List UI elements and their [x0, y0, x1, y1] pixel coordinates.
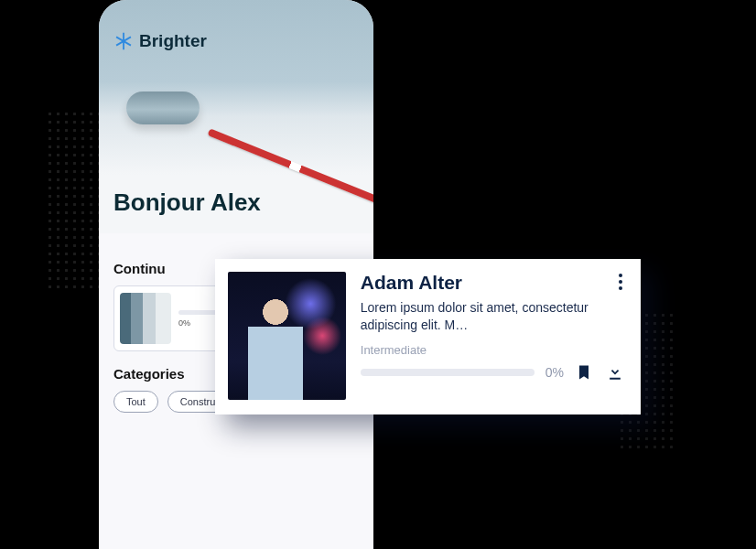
hero-banner: Brighter Bonjour Alex	[99, 0, 373, 233]
asterisk-icon	[113, 31, 134, 51]
course-progress-label: 0%	[545, 365, 564, 380]
course-description: Lorem ipsum dolor sit amet, consectetur …	[361, 299, 624, 334]
bookmark-icon[interactable]	[575, 362, 593, 382]
continue-card-thumbnail	[120, 293, 171, 344]
course-thumbnail	[228, 272, 346, 400]
course-detail-card[interactable]: Adam Alter Lorem ipsum dolor sit amet, c…	[215, 259, 641, 414]
brand-name: Brighter	[139, 31, 207, 51]
more-options-button[interactable]	[615, 270, 626, 294]
category-chip-tout[interactable]: Tout	[113, 391, 158, 413]
course-author: Adam Alter	[361, 272, 624, 294]
greeting-text: Bonjour Alex	[113, 188, 261, 217]
course-level: Intermediate	[361, 343, 624, 357]
paint-roller-illustration	[126, 92, 200, 124]
course-progress-bar	[361, 369, 535, 376]
continue-card-progress-label: 0%	[178, 318, 190, 328]
brand-logo[interactable]: Brighter	[113, 31, 207, 51]
download-icon[interactable]	[606, 362, 624, 382]
